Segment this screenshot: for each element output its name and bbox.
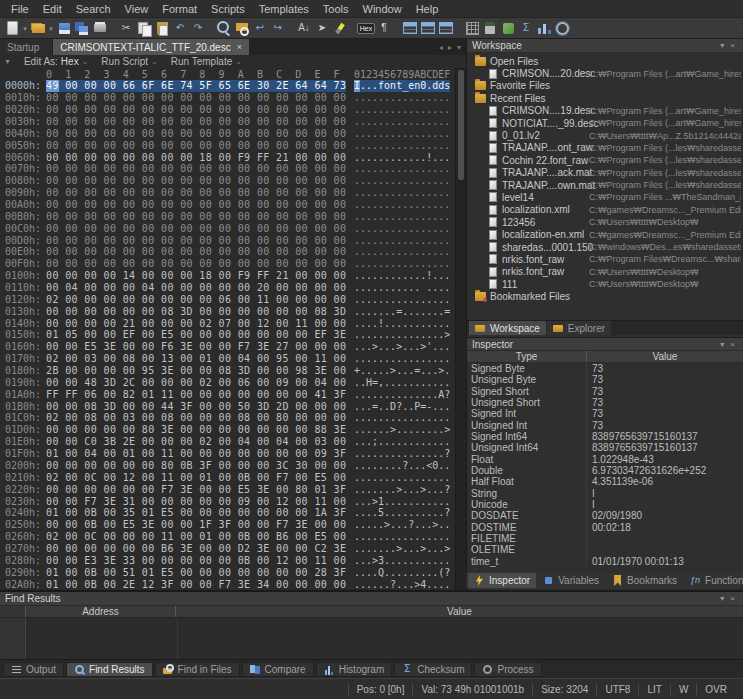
hex-ascii[interactable]: ................: [354, 353, 450, 365]
bottom-panel-tab[interactable]: Find in Files: [155, 662, 240, 677]
hex-bytes[interactable]: 01 00 0B 00 51 01 E5 00 00 00 00 00 00 0…: [46, 566, 346, 578]
hex-bytes[interactable]: 00 00 00 00 00 00 B6 3E 00 00 D2 3E 00 0…: [46, 543, 346, 555]
document-tab[interactable]: Startup: [0, 39, 52, 55]
hex-ascii[interactable]: ................: [354, 412, 450, 424]
hex-row[interactable]: 0280h: 00 00 E3 3E 33 00 00 00 00 00 0B …: [0, 554, 455, 566]
hex-row[interactable]: 00F0h: 00 00 00 00 00 00 00 00 00 00 00 …: [0, 258, 455, 270]
edit-as-dropdown[interactable]: Edit As: Hex ⌄: [24, 56, 88, 67]
hex-row[interactable]: 0210h: 02 00 0C 00 12 00 11 00 01 00 0B …: [0, 471, 455, 483]
hex-row[interactable]: 0010h: 00 00 00 00 00 00 00 00 00 00 00 …: [0, 92, 455, 104]
hex-ascii[interactable]: ...>...>...>'...: [354, 341, 450, 353]
tab-scroll-right-icon[interactable]: ▸: [448, 43, 452, 52]
hex-ascii[interactable]: ................: [354, 531, 450, 543]
inspector-row[interactable]: Signed Int64 8389765639715160137: [467, 431, 743, 442]
find-icon[interactable]: [215, 20, 233, 37]
hex-bytes[interactable]: 00 00 00 00 21 00 00 00 02 07 00 12 00 1…: [46, 317, 346, 329]
hex-ascii[interactable]: ...>3...........: [354, 554, 450, 566]
hex-bytes[interactable]: 00 00 00 00 00 00 00 00 00 00 00 00 00 0…: [46, 139, 346, 151]
scrollbar-thumb[interactable]: [458, 70, 464, 180]
hex-row[interactable]: 0190h: 00 00 48 3D 2C 00 00 00 02 00 06 …: [0, 376, 455, 388]
hex-bytes[interactable]: 02 00 0C 00 00 00 11 00 01 00 0B 00 B6 0…: [46, 531, 346, 543]
panel-close-icon[interactable]: ×: [727, 594, 738, 603]
hex-row[interactable]: 0180h: 2B 00 00 00 00 95 3E 00 00 08 3D …: [0, 365, 455, 377]
find-results-body[interactable]: [0, 618, 743, 659]
panel-tab[interactable]: Explorer: [547, 321, 611, 335]
panel-tab[interactable]: Functions: [684, 573, 743, 588]
hex-bytes[interactable]: 02 00 03 00 08 00 13 00 01 00 04 00 95 0…: [46, 353, 346, 365]
hex-ascii[interactable]: ................: [354, 199, 450, 211]
tab-list-icon[interactable]: ▾: [457, 43, 461, 52]
hex-ascii[interactable]: ................: [354, 116, 450, 128]
hex-bytes[interactable]: 01 05 00 00 EF 00 E5 00 00 00 00 00 00 0…: [46, 329, 346, 341]
inspector-row[interactable]: Float 1.022948e-43: [467, 454, 743, 465]
tab-scroll-left-icon[interactable]: ◂: [439, 43, 443, 52]
hex-bytes[interactable]: 00 00 00 00 00 00 00 00 00 00 00 00 00 0…: [46, 104, 346, 116]
tree-item[interactable]: sharedas...0001.150 C:₩windows₩Des...es₩…: [467, 241, 743, 253]
hex-ascii[interactable]: ...............>: [354, 329, 450, 341]
hex-bytes[interactable]: 00 00 00 00 00 00 00 00 00 00 00 00 00 0…: [46, 92, 346, 104]
hex-row[interactable]: 0140h: 00 00 00 00 21 00 00 00 02 07 00 …: [0, 317, 455, 329]
hex-ascii[interactable]: ........... ....: [354, 282, 450, 294]
hex-row[interactable]: 0200h: 00 00 00 00 00 00 80 0B 3F 00 00 …: [0, 460, 455, 472]
tree-item[interactable]: localization-en.xml C:₩games₩Dreamsc..._…: [467, 228, 743, 240]
caret-down-icon[interactable]: ▼: [4, 58, 11, 65]
tree-item[interactable]: nrkis.font_raw C:₩Users₩tttt₩Desktop₩: [467, 266, 743, 278]
inspector-row[interactable]: Unicode I: [467, 499, 743, 510]
hex-ascii[interactable]: ............!...: [354, 270, 450, 282]
hex-ascii[interactable]: ....!...........: [354, 317, 450, 329]
hex-bytes[interactable]: 00 00 00 00 00 00 00 00 00 00 00 00 00 0…: [46, 234, 346, 246]
hex-row[interactable]: 0240h: 01 00 0B 00 35 01 E5 00 00 00 00 …: [0, 507, 455, 519]
inspector-row[interactable]: DOSDATE 02/09/1980: [467, 510, 743, 521]
hex-ascii[interactable]: ............!...: [354, 151, 450, 163]
inspector-row[interactable]: Signed Short 73: [467, 386, 743, 397]
hex-ascii[interactable]: .......=.......=: [354, 305, 450, 317]
hex-bytes[interactable]: 02 00 0C 00 12 00 11 00 01 00 0B 00 F7 0…: [46, 471, 346, 483]
hex-ascii[interactable]: ................: [354, 210, 450, 222]
bottom-panel-tab[interactable]: Compare: [242, 662, 314, 677]
hex-bytes[interactable]: 00 00 00 00 00 00 00 00 00 00 00 00 00 0…: [46, 199, 346, 211]
tree-item[interactable]: Cochin 22.font_raw C:₩Program Files (...…: [467, 154, 743, 166]
hex-ascii[interactable]: ......?...>4....: [354, 578, 450, 590]
hex-row[interactable]: 01A0h: FF FF 06 00 82 01 11 00 00 00 00 …: [0, 388, 455, 400]
menu-item[interactable]: Tools: [316, 0, 356, 17]
hex-bytes[interactable]: 00 00 00 00 00 00 00 00 18 00 F9 FF 21 0…: [46, 151, 346, 163]
inspector-row[interactable]: OLETIME: [467, 544, 743, 555]
hex-row[interactable]: 0160h: 00 00 E5 3E 00 00 F6 3E 00 00 F7 …: [0, 341, 455, 353]
bottom-panel-tab[interactable]: Output: [3, 662, 64, 677]
hex-row[interactable]: 0020h: 00 00 00 00 00 00 00 00 00 00 00 …: [0, 104, 455, 116]
hex-row[interactable]: 01C0h: 02 00 08 00 03 00 08 00 00 00 08 …: [0, 412, 455, 424]
tree-item[interactable]: TRAJANP....own.mat C:₩Program Files (...…: [467, 179, 743, 191]
tree-item[interactable]: NOTICIAT...._99.desc C:₩Program Files (.…: [467, 117, 743, 129]
hex-bytes[interactable]: 00 00 00 00 00 00 00 00 00 00 00 00 00 0…: [46, 222, 346, 234]
tree-item[interactable]: localization.xml C:₩games₩Dreamsc..._Pre…: [467, 204, 743, 216]
hex-bytes[interactable]: 00 00 00 00 00 00 00 00 00 00 00 00 00 0…: [46, 187, 346, 199]
inspector-row[interactable]: Unsigned Int 73: [467, 420, 743, 431]
calculator-icon[interactable]: [481, 20, 499, 37]
inspector-row[interactable]: Signed Byte 73: [467, 363, 743, 374]
tree-item[interactable]: TRAJANP....ack.mat C:₩Program Files (...…: [467, 167, 743, 179]
checksum-icon[interactable]: Σ: [517, 20, 535, 37]
panel-menu-icon[interactable]: ▾: [717, 41, 727, 50]
grid-view-icon[interactable]: [463, 20, 481, 37]
bottom-panel-tab[interactable]: Histogram: [316, 662, 393, 677]
inspector-row[interactable]: DOSTIME 00:02:18: [467, 522, 743, 533]
panel-menu-icon[interactable]: ▾: [717, 340, 727, 349]
hex-bytes[interactable]: 00 00 E3 3E 33 00 00 00 00 00 0B 00 12 0…: [46, 554, 346, 566]
hex-bytes[interactable]: 00 00 00 00 00 00 00 00 00 00 00 00 00 0…: [46, 127, 346, 139]
hex-ascii[interactable]: ................: [354, 92, 450, 104]
tree-item[interactable]: level14 C:₩Program Files ...₩TheSandman_…: [467, 191, 743, 203]
panel-tab[interactable]: Inspector: [468, 573, 536, 588]
hex-row[interactable]: 0040h: 00 00 00 00 00 00 00 00 00 00 00 …: [0, 127, 455, 139]
hex-bytes[interactable]: 00 00 00 00 00 00 00 00 00 00 00 00 00 0…: [46, 163, 346, 175]
document-tab[interactable]: CRIMSONTEXT-ITALIC_TTF_20.desc ×: [53, 39, 249, 55]
hex-bytes[interactable]: 00 00 00 00 00 00 00 00 00 00 00 00 00 0…: [46, 258, 346, 270]
inspector-row[interactable]: time_t 01/01/1970 00:01:13: [467, 556, 743, 567]
tree-item[interactable]: Open Files: [467, 55, 743, 67]
hex-bytes[interactable]: 00 04 00 00 00 04 00 00 00 00 00 20 00 0…: [46, 282, 346, 294]
panel-tab[interactable]: Variables: [537, 573, 605, 588]
panel-tab[interactable]: Bookmarks: [606, 573, 683, 588]
hex-bytes[interactable]: 00 00 00 00 00 00 00 00 00 00 00 00 00 0…: [46, 210, 346, 222]
hex-row[interactable]: 0170h: 02 00 03 00 08 00 13 00 01 00 04 …: [0, 353, 455, 365]
cut-icon[interactable]: ✂: [117, 20, 135, 37]
hex-scrollbar[interactable]: [455, 68, 466, 590]
